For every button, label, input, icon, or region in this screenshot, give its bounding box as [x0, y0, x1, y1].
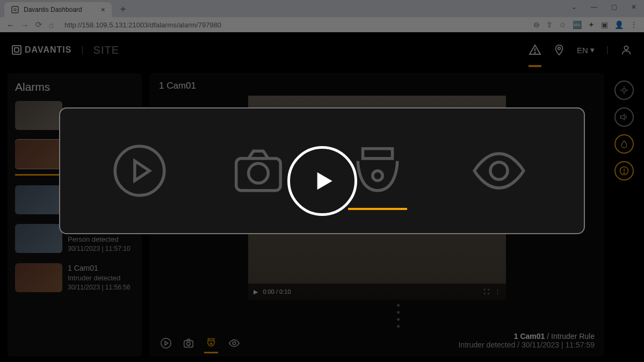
svg-point-28: [490, 162, 508, 179]
eye-icon[interactable]: [228, 337, 241, 349]
home-icon[interactable]: ⌂: [49, 20, 54, 30]
alarm-meta: 1 Cam01 / Intruder Rule Intruder detecte…: [458, 332, 595, 349]
svg-point-3: [534, 52, 536, 53]
forward-icon[interactable]: →: [21, 20, 29, 30]
alarm-text: 1 Cam01 Intruder detected 30/11/2023 | 1…: [68, 263, 131, 293]
address-bar-row: ← → ⟳ ⌂ http://158.109.5.131:21003/dfala…: [0, 17, 644, 32]
alarm-thumbnail: [15, 224, 62, 253]
snapshot-icon[interactable]: [183, 337, 194, 349]
topbar: DAVANTIS | SITE EN ▾ |: [0, 32, 644, 68]
play-icon[interactable]: ▶: [254, 288, 258, 295]
speaker-icon[interactable]: [614, 107, 634, 127]
sidebar-title: Alarms: [15, 81, 140, 93]
svg-point-5: [624, 46, 628, 50]
toolbar-extensions: ⊖ ⇪ ☆ 🔤 ✦ ▣ 👤 ⋮: [533, 20, 638, 29]
alarm-thumbnail: [15, 101, 62, 130]
alarm-item[interactable]: 1 Cam01 Intruder detected 30/11/2023 | 1…: [15, 263, 140, 293]
svg-point-11: [211, 343, 212, 344]
svg-rect-0: [12, 6, 18, 13]
location-icon[interactable]: [553, 44, 565, 56]
tab-close-icon[interactable]: ×: [101, 5, 105, 14]
alarm-thumbnail: [15, 263, 62, 292]
alarm-thumbnail: [15, 140, 62, 169]
svg-point-27: [372, 171, 382, 180]
language-selector[interactable]: EN ▾: [577, 45, 595, 55]
viewer-camera-label: 1 Cam01: [159, 81, 595, 91]
profile-icon[interactable]: 👤: [614, 20, 624, 29]
browser-tab[interactable]: Davantis Dashboard ×: [4, 2, 112, 17]
separator: |: [81, 45, 83, 55]
svg-point-1: [14, 9, 16, 11]
warning-icon[interactable]: [614, 161, 634, 180]
svg-point-25: [249, 163, 269, 183]
target-icon[interactable]: [614, 81, 634, 100]
video-controls: ▶ 0:00 / 0:10 ⛶ ⋮: [248, 284, 506, 300]
viewer-bottom-row: 1 Cam01 / Intruder Rule Intruder detecte…: [159, 332, 595, 349]
play-overlay-button[interactable]: [287, 146, 357, 216]
alarm-meta-line2: Intruder detected / 30/11/2023 | 11:57:5…: [458, 341, 595, 349]
svg-marker-7: [165, 341, 168, 345]
play-icon[interactable]: [160, 337, 172, 349]
svg-rect-26: [363, 149, 392, 158]
url-input[interactable]: http://158.109.5.131:21003/dfalarms/alar…: [60, 21, 527, 29]
tab-title: Davantis Dashboard: [24, 6, 97, 13]
alarm-thumbnail: [15, 185, 62, 214]
alarm-timestamp: 30/11/2023 | 11:56:56: [68, 283, 131, 292]
svg-point-9: [187, 342, 190, 345]
alarm-event-label: Person detected: [68, 235, 131, 244]
ptz-camera-icon[interactable]: [205, 337, 217, 349]
tab-favicon-icon: [11, 5, 19, 14]
site-label: SITE: [93, 44, 119, 56]
play-action-icon[interactable]: [110, 141, 169, 200]
kebab-icon[interactable]: ⋮: [630, 20, 638, 29]
panel-icon[interactable]: ▣: [601, 20, 608, 29]
svg-point-4: [558, 47, 561, 50]
svg-point-13: [623, 89, 626, 92]
ptz-camera-action-icon[interactable]: [348, 141, 407, 200]
svg-point-22: [115, 146, 164, 196]
separator: |: [606, 45, 609, 55]
brand-logo[interactable]: DAVANTIS: [12, 45, 71, 55]
minimize-icon[interactable]: —: [588, 2, 600, 12]
reload-icon[interactable]: ⟳: [35, 20, 42, 30]
user-icon[interactable]: [620, 44, 632, 56]
star-icon[interactable]: ☆: [559, 20, 566, 29]
alarm-event-label: Intruder detected: [68, 273, 131, 283]
eye-action-icon[interactable]: [464, 141, 534, 200]
brand-text: DAVANTIS: [25, 45, 71, 55]
new-tab-button[interactable]: ＋: [118, 2, 128, 15]
droplet-icon[interactable]: [614, 134, 634, 154]
snapshot-action-icon[interactable]: [226, 141, 291, 200]
zoom-icon[interactable]: ⊖: [533, 20, 540, 29]
chevron-down-icon: ▾: [590, 45, 595, 55]
fullscreen-icon[interactable]: ⛶: [483, 288, 489, 295]
alarm-timestamp: 30/11/2023 | 11:57:10: [68, 244, 131, 254]
translate-icon[interactable]: 🔤: [573, 20, 582, 29]
meta-timestamp: 30/11/2023 | 11:57:59: [522, 341, 595, 349]
svg-marker-23: [135, 161, 150, 181]
alarm-meta-line1: 1 Cam01 / Intruder Rule: [458, 332, 595, 341]
close-window-icon[interactable]: ✕: [628, 2, 640, 12]
window-controls: ⌄ — ▢ ✕: [568, 2, 640, 12]
meta-camera: 1 Cam01: [514, 332, 545, 341]
svg-marker-29: [317, 172, 332, 190]
extensions-icon[interactable]: ✦: [588, 20, 595, 29]
meta-event: Intruder detected: [458, 341, 515, 349]
video-time: 0:00 / 0:10: [263, 288, 291, 295]
svg-rect-10: [208, 339, 214, 341]
video-current-time: 0:00: [263, 288, 274, 295]
alert-icon[interactable]: [529, 44, 541, 56]
svg-point-21: [624, 172, 625, 173]
logo-mark-icon: [12, 45, 21, 55]
maximize-icon[interactable]: ▢: [608, 2, 620, 12]
browser-chrome: Davantis Dashboard × ＋ ⌄ — ▢ ✕ ← → ⟳ ⌂ h…: [0, 0, 644, 32]
topbar-right: EN ▾ |: [529, 44, 632, 56]
chevron-down-icon[interactable]: ⌄: [568, 2, 580, 12]
share-icon[interactable]: ⇪: [546, 20, 553, 29]
right-rail: [612, 73, 636, 357]
tab-bar: Davantis Dashboard × ＋ ⌄ — ▢ ✕: [0, 0, 644, 17]
kebab-icon[interactable]: ⋮: [495, 288, 501, 295]
alarm-camera-label: 1 Cam01: [68, 263, 131, 274]
viewer-action-bar: [160, 337, 241, 349]
back-icon[interactable]: ←: [6, 20, 15, 30]
